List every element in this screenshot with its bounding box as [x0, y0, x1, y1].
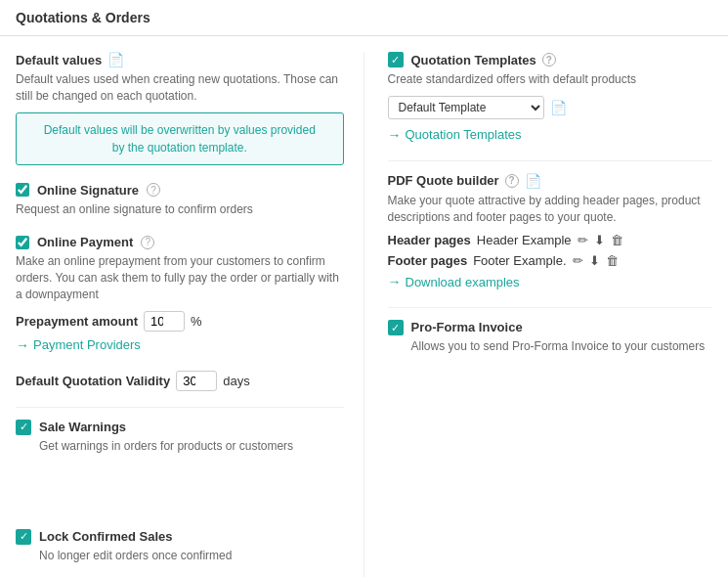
online-signature-desc: Request an online signature to confirm o… [16, 201, 344, 218]
payment-providers-link[interactable]: → Payment Providers [16, 337, 344, 353]
quotation-templates-title: Quotation Templates ? [411, 53, 556, 67]
arrow-icon: → [16, 337, 29, 353]
quotation-templates-desc: Create standardized offers with default … [388, 71, 713, 88]
online-signature-section: Online Signature ? Request an online sig… [16, 183, 344, 218]
prepayment-row: Prepayment amount % [16, 311, 344, 332]
header-pages-value: Header Example [477, 233, 572, 247]
template-doc-icon: 📄 [550, 100, 567, 115]
template-select-row: Default Template 📄 [388, 96, 713, 119]
prepayment-unit: % [191, 314, 202, 329]
quotation-templates-section: ✓ Quotation Templates ? Create standardi… [388, 52, 713, 143]
default-values-section: Default values 📄 Default values used whe… [16, 52, 344, 165]
sale-warnings-section: ✓ Sale Warnings Get warnings in orders f… [16, 420, 344, 463]
lock-confirmed-title: Lock Confirmed Sales [39, 529, 344, 544]
qt-arrow-icon: → [388, 127, 402, 143]
pdf-builder-doc-icon: 📄 [525, 173, 541, 189]
quotation-templates-checkbox[interactable]: ✓ [388, 52, 404, 67]
header-delete-icon[interactable]: 🗑 [611, 233, 623, 247]
header-pages-row: Header pages Header Example ✏ ⬇ 🗑 [388, 233, 713, 247]
download-examples-link[interactable]: → Download examples [388, 274, 713, 289]
validity-input[interactable] [176, 371, 217, 391]
footer-edit-icon[interactable]: ✏ [573, 253, 583, 268]
download-arrow-icon: → [388, 274, 402, 289]
pdf-builder-section: PDF Quote builder ? 📄 Make your quote at… [388, 173, 713, 290]
sale-warnings-title: Sale Warnings [39, 420, 344, 434]
default-values-desc: Default values used when creating new qu… [16, 71, 344, 105]
info-box: Default values will be overwritten by va… [16, 112, 344, 165]
sale-warnings-checkbox[interactable]: ✓ [16, 420, 31, 435]
pdf-builder-help-icon[interactable]: ? [505, 174, 519, 188]
default-template-select[interactable]: Default Template [388, 96, 544, 119]
validity-row: Default Quotation Validity days [16, 371, 344, 391]
lock-confirmed-desc: No longer edit orders once confirmed [39, 548, 344, 564]
online-payment-checkbox[interactable] [16, 236, 29, 249]
quotation-templates-help-icon[interactable]: ? [542, 53, 556, 67]
lock-confirmed-section: ✓ Lock Confirmed Sales No longer edit or… [16, 529, 344, 572]
pro-forma-section: ✓ Pro-Forma Invoice Allows you to send P… [388, 320, 713, 363]
pdf-builder-title: PDF Quote builder ? 📄 [388, 173, 713, 189]
lock-confirmed-checkbox[interactable]: ✓ [16, 529, 31, 545]
pro-forma-title: Pro-Forma Invoice [411, 320, 713, 334]
header-download-icon[interactable]: ⬇ [594, 233, 605, 247]
footer-pages-row: Footer pages Footer Example. ✏ ⬇ 🗑 [388, 253, 713, 268]
online-payment-help-icon[interactable]: ? [141, 236, 154, 249]
help-icon[interactable]: ? [147, 183, 160, 197]
pro-forma-checkbox[interactable]: ✓ [388, 320, 404, 335]
footer-delete-icon[interactable]: 🗑 [606, 253, 619, 268]
online-payment-desc: Make an online prepayment from your cust… [16, 253, 344, 302]
validity-unit: days [223, 374, 249, 388]
footer-pages-value: Footer Example. [473, 253, 566, 268]
header-edit-icon[interactable]: ✏ [578, 233, 588, 247]
validity-label: Default Quotation Validity [16, 374, 170, 388]
online-payment-label: Online Payment [37, 235, 133, 249]
footer-download-icon[interactable]: ⬇ [589, 253, 600, 268]
prepayment-label: Prepayment amount [16, 314, 138, 329]
online-signature-checkbox[interactable] [16, 183, 29, 197]
quotation-templates-link[interactable]: → Quotation Templates [388, 127, 713, 143]
online-signature-label: Online Signature [37, 183, 139, 198]
sale-warnings-desc: Get warnings in orders for products or c… [39, 438, 344, 455]
pro-forma-desc: Allows you to send Pro-Forma Invoice to … [411, 338, 713, 355]
online-payment-section: Online Payment ? Make an online prepayme… [16, 235, 344, 352]
header-pages-label: Header pages [388, 233, 471, 247]
page-title: Quotations & Orders [0, 0, 728, 36]
prepayment-input[interactable] [144, 311, 185, 332]
doc-icon: 📄 [107, 52, 124, 67]
pdf-builder-desc: Make your quote attractive by adding hea… [388, 193, 713, 226]
default-values-title: Default values 📄 [16, 52, 344, 67]
footer-pages-label: Footer pages [388, 253, 468, 268]
